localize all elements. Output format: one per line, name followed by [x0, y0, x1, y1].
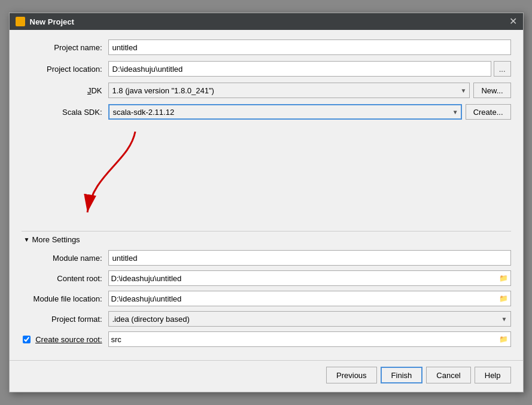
project-location-row: Project location: ...: [22, 61, 511, 77]
red-arrow-svg: [75, 126, 147, 218]
content-root-browse-icon[interactable]: 📁: [499, 274, 508, 282]
module-file-location-row: Module file location: 📁: [22, 291, 511, 306]
project-format-label: Project format:: [22, 315, 108, 324]
project-location-label: Project location:: [22, 65, 108, 74]
scala-sdk-dropdown-wrapper: scala-sdk-2.11.12 ▼: [108, 104, 462, 120]
source-root-input[interactable]: [111, 335, 499, 344]
more-settings-section: ▼ More Settings Module name: Content roo…: [22, 231, 511, 349]
jdk-label: JDK: [22, 86, 108, 95]
module-file-location-label: Module file location:: [22, 294, 108, 303]
project-name-label: Project name:: [22, 43, 108, 52]
project-name-input[interactable]: [108, 39, 511, 55]
project-format-dropdown-wrapper: .idea (directory based) ▼: [108, 311, 511, 327]
title-bar: New Project ✕: [10, 13, 523, 30]
new-project-dialog: New Project ✕ Project name: Project loca…: [9, 13, 524, 392]
content-root-label: Content root:: [22, 274, 108, 283]
scala-sdk-select[interactable]: scala-sdk-2.11.12: [108, 104, 462, 120]
previous-button[interactable]: Previous: [326, 367, 377, 383]
project-location-input[interactable]: [108, 61, 491, 77]
jdk-select[interactable]: 1.8 (java version "1.8.0_241"): [108, 83, 470, 98]
jdk-dropdown-wrapper: 1.8 (java version "1.8.0_241") ▼: [108, 83, 470, 98]
module-file-location-browse-icon[interactable]: 📁: [499, 294, 508, 303]
module-file-location-input[interactable]: [111, 294, 499, 303]
content-root-wrapper: 📁: [108, 270, 511, 286]
create-sdk-button[interactable]: Create...: [466, 104, 511, 120]
module-name-row: Module name:: [22, 250, 511, 266]
help-button[interactable]: Help: [475, 367, 511, 383]
module-name-input[interactable]: [108, 250, 511, 266]
dialog-icon: [16, 17, 25, 26]
dialog-body: Project name: Project location: ... JDK …: [10, 30, 523, 355]
create-source-root-label: Create source root:: [35, 335, 102, 344]
jdk-row: JDK 1.8 (java version "1.8.0_241") ▼ New…: [22, 83, 511, 98]
dialog-footer: Previous Finish Cancel Help: [10, 360, 523, 392]
arrow-illustration: [22, 126, 511, 221]
source-root-wrapper: 📁: [108, 331, 511, 347]
create-source-root-checkbox[interactable]: [23, 335, 31, 344]
new-jdk-button[interactable]: New...: [473, 83, 510, 98]
more-settings-label: More Settings: [32, 235, 80, 244]
module-file-location-wrapper: 📁: [108, 291, 511, 306]
more-settings-header[interactable]: ▼ More Settings: [22, 232, 511, 248]
close-button[interactable]: ✕: [509, 17, 517, 26]
cancel-button[interactable]: Cancel: [426, 367, 470, 383]
create-source-root-row: Create source root: 📁: [22, 331, 511, 347]
more-settings-body: Module name: Content root: 📁 Module file…: [22, 248, 511, 349]
project-name-row: Project name:: [22, 39, 511, 55]
finish-button[interactable]: Finish: [381, 367, 423, 383]
project-format-row: Project format: .idea (directory based) …: [22, 311, 511, 327]
dialog-title: New Project: [30, 17, 509, 26]
scala-sdk-row: Scala SDK: scala-sdk-2.11.12 ▼ Create...: [22, 104, 511, 120]
module-name-label: Module name:: [22, 254, 108, 263]
scala-sdk-label: Scala SDK:: [22, 108, 108, 117]
source-root-browse-icon[interactable]: 📁: [499, 335, 508, 343]
content-root-input[interactable]: [111, 274, 499, 283]
browse-button[interactable]: ...: [494, 61, 511, 77]
content-root-row: Content root: 📁: [22, 270, 511, 286]
project-format-select[interactable]: .idea (directory based): [108, 311, 511, 327]
more-settings-arrow: ▼: [24, 236, 30, 243]
